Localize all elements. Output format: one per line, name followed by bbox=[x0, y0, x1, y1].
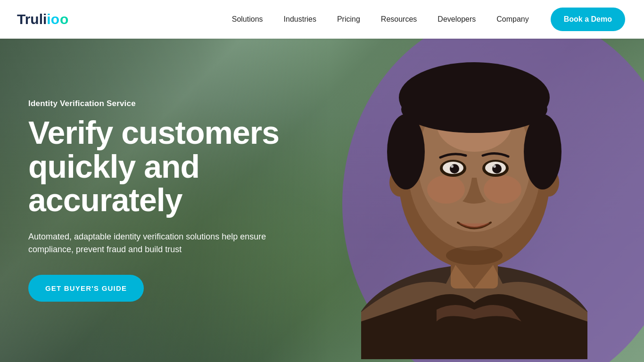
nav-item-resources[interactable]: Resources bbox=[372, 10, 425, 28]
book-demo-button[interactable]: Book a Demo bbox=[551, 8, 625, 31]
main-nav: Solutions Industries Pricing Resources D… bbox=[223, 8, 625, 31]
svg-point-15 bbox=[493, 165, 496, 168]
svg-point-14 bbox=[451, 165, 454, 168]
svg-point-20 bbox=[387, 114, 425, 189]
svg-point-19 bbox=[401, 86, 547, 133]
hero-subtitle: Identity Verification Service bbox=[28, 99, 283, 108]
svg-point-6 bbox=[427, 175, 465, 204]
logo-text-i: i bbox=[47, 11, 50, 27]
logo-infinity-icon: oo bbox=[51, 11, 69, 27]
logo[interactable]: Truli i oo bbox=[17, 11, 68, 27]
nav-item-pricing[interactable]: Pricing bbox=[329, 10, 369, 28]
hero-description: Automated, adaptable identity verificati… bbox=[28, 230, 273, 256]
get-buyers-guide-button[interactable]: GET BUYER'S GUIDE bbox=[28, 275, 144, 302]
nav-item-company[interactable]: Company bbox=[488, 10, 537, 28]
header: Truli i oo Solutions Industries Pricing … bbox=[0, 0, 644, 39]
hero-content: Identity Verification Service Verify cus… bbox=[0, 39, 311, 362]
svg-point-22 bbox=[446, 246, 503, 265]
hero-person-image bbox=[361, 48, 587, 359]
hero-title: Verify customers quickly and accurately bbox=[28, 116, 283, 217]
nav-item-industries[interactable]: Industries bbox=[275, 10, 325, 28]
nav-item-developers[interactable]: Developers bbox=[429, 10, 484, 28]
hero-section: Identity Verification Service Verify cus… bbox=[0, 39, 644, 362]
logo-text-trul: Truli bbox=[17, 11, 47, 27]
svg-point-21 bbox=[524, 114, 561, 189]
nav-item-solutions[interactable]: Solutions bbox=[223, 10, 272, 28]
svg-point-7 bbox=[484, 175, 521, 204]
